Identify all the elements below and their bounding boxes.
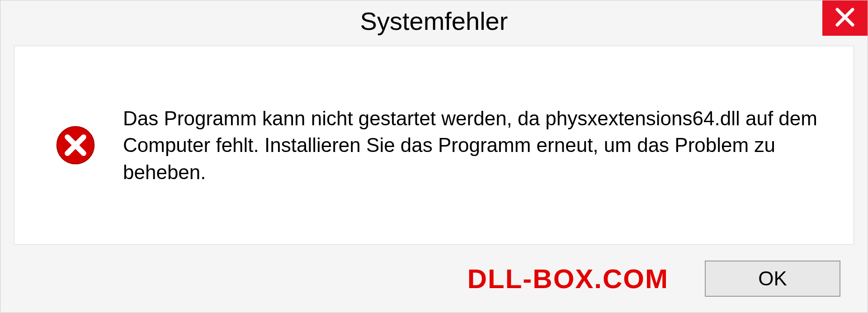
watermark-text: DLL-BOX.COM [467, 263, 669, 294]
error-icon [55, 125, 96, 166]
close-button[interactable] [822, 0, 868, 36]
error-message: Das Programm kann nicht gestartet werden… [123, 105, 826, 185]
content-panel: Das Programm kann nicht gestartet werden… [14, 46, 854, 245]
titlebar: Systemfehler [0, 0, 868, 41]
close-icon [835, 7, 855, 29]
ok-button[interactable]: OK [705, 261, 840, 297]
error-dialog: Systemfehler Das Programm kann nicht ges… [0, 0, 868, 313]
dialog-title: Systemfehler [360, 6, 508, 36]
dialog-footer: DLL-BOX.COM OK [0, 245, 868, 313]
